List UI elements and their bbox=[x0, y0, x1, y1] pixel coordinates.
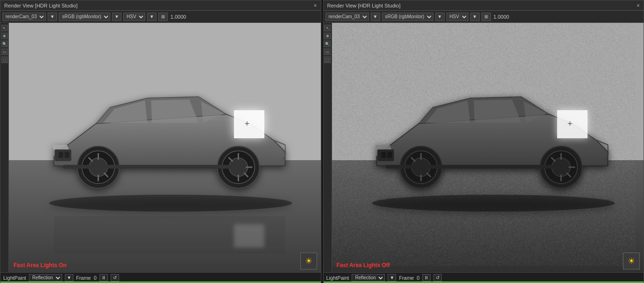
left-channel-dropdown[interactable]: Reflection bbox=[29, 274, 62, 282]
left-frame-value: 0 bbox=[94, 275, 97, 281]
left-green-accent bbox=[0, 282, 321, 283]
right-colorspace-arrow-icon[interactable]: ▼ bbox=[435, 13, 445, 21]
right-pause-btn[interactable]: ⏸ bbox=[422, 274, 431, 282]
right-exposure-icon[interactable]: ⊞ bbox=[481, 13, 491, 21]
left-car-svg bbox=[26, 63, 315, 212]
right-camera-dropdown[interactable]: renderCam_03 bbox=[326, 13, 369, 21]
left-close-btn[interactable]: × bbox=[313, 2, 317, 9]
right-channel-dropdown[interactable]: Reflection bbox=[352, 274, 385, 282]
left-light-reflection bbox=[234, 224, 264, 248]
right-title-text: Render View [HDR Light Studio] bbox=[327, 3, 401, 8]
left-channel-arrow[interactable]: ▼ bbox=[65, 274, 73, 282]
svg-rect-45 bbox=[386, 165, 559, 169]
right-green-accent bbox=[324, 282, 644, 283]
left-tool-select[interactable]: ↖ bbox=[1, 25, 8, 31]
right-tool-select[interactable]: ↖ bbox=[324, 25, 331, 31]
right-colormode-arrow-icon[interactable]: ▼ bbox=[470, 13, 480, 21]
right-tool-pan[interactable]: ✥ bbox=[324, 33, 331, 39]
right-side-tools: ↖ ✥ 🔍 ▭ ⬚ bbox=[324, 23, 332, 272]
right-frame-value: 0 bbox=[417, 275, 419, 281]
right-toolbar: renderCam_03 ▼ sRGB (rgbMonitor) ▼ HSV ▼… bbox=[324, 11, 644, 23]
right-tool-zoom[interactable]: 🔍 bbox=[324, 41, 331, 47]
left-refresh-btn[interactable]: ↺ bbox=[111, 274, 119, 282]
right-sun-icon: ☀ bbox=[628, 256, 635, 266]
left-car-reflection bbox=[26, 216, 315, 272]
left-viewport[interactable]: + Fast Area Lights On ☀ bbox=[9, 23, 321, 272]
right-render-panel: Render View [HDR Light Studio] × renderC… bbox=[323, 0, 644, 283]
svg-rect-25 bbox=[382, 152, 386, 158]
right-tool-extra[interactable]: ⬚ bbox=[324, 57, 331, 63]
right-car-scene: + bbox=[332, 23, 644, 272]
left-tool-region[interactable]: ▭ bbox=[1, 49, 8, 55]
right-exposure-value: 1.0000 bbox=[494, 14, 510, 20]
right-camera-arrow-icon[interactable]: ▼ bbox=[371, 13, 380, 21]
right-viewport[interactable]: + Fast Area Lights Off ☀ bbox=[332, 23, 644, 272]
svg-rect-26 bbox=[388, 152, 392, 158]
right-panel-content: ↖ ✥ 🔍 ▭ ⬚ bbox=[324, 23, 644, 272]
left-tool-pan[interactable]: ✥ bbox=[1, 33, 8, 39]
left-sun-btn[interactable]: ☀ bbox=[300, 253, 317, 269]
right-channel-arrow[interactable]: ▼ bbox=[388, 274, 396, 282]
right-frame-label: Frame bbox=[399, 275, 414, 281]
left-colorspace-dropdown[interactable]: sRGB (rgbMonitor) bbox=[59, 13, 110, 21]
right-refresh-btn[interactable]: ↺ bbox=[433, 274, 442, 282]
left-colormode-arrow-icon[interactable]: ▼ bbox=[147, 13, 156, 21]
left-camera-arrow-icon[interactable]: ▼ bbox=[48, 13, 57, 21]
right-colormode-dropdown[interactable]: HSV bbox=[446, 13, 468, 21]
left-tool-zoom[interactable]: 🔍 bbox=[1, 41, 8, 47]
right-tool-region[interactable]: ▭ bbox=[324, 49, 331, 55]
left-light-square: + bbox=[234, 110, 264, 138]
left-sun-icon: ☀ bbox=[305, 256, 312, 266]
left-panel-content: ↖ ✥ 🔍 ▭ ⬚ bbox=[0, 23, 321, 272]
left-bottom-bar: LightPaint Reflection ▼ Frame 0 ⏸ ↺ bbox=[0, 272, 321, 283]
svg-rect-2 bbox=[58, 152, 63, 158]
right-bottom-bar: LightPaint Reflection ▼ Frame 0 ⏸ ↺ bbox=[324, 272, 644, 283]
left-mode-label: LightPaint bbox=[3, 275, 26, 281]
svg-point-23 bbox=[372, 195, 615, 212]
left-side-tools: ↖ ✥ 🔍 ▭ ⬚ bbox=[0, 23, 9, 272]
right-scene-label: Fast Area Lights Off bbox=[337, 262, 390, 269]
left-toolbar: renderCam_03 ▼ sRGB (rgbMonitor) ▼ HSV ▼… bbox=[0, 11, 321, 23]
left-tool-extra[interactable]: ⬚ bbox=[1, 57, 8, 63]
right-car-svg bbox=[349, 63, 638, 212]
svg-rect-3 bbox=[64, 152, 69, 158]
right-title-bar: Render View [HDR Light Studio] × bbox=[324, 0, 644, 11]
svg-rect-22 bbox=[63, 165, 236, 169]
left-exposure-icon[interactable]: ⊞ bbox=[158, 13, 168, 21]
right-sun-btn[interactable]: ☀ bbox=[623, 253, 640, 269]
left-title-bar: Render View [HDR Light Studio] × bbox=[0, 0, 321, 11]
main-container: Render View [HDR Light Studio] × renderC… bbox=[0, 0, 644, 283]
left-frame-label: Frame bbox=[76, 275, 91, 281]
left-exposure-value: 1.0000 bbox=[170, 14, 186, 20]
right-close-btn[interactable]: × bbox=[637, 2, 640, 9]
left-camera-dropdown[interactable]: renderCam_03 bbox=[2, 13, 46, 21]
left-pause-btn[interactable]: ⏸ bbox=[99, 274, 108, 282]
svg-point-0 bbox=[49, 195, 292, 212]
left-colormode-dropdown[interactable]: HSV bbox=[123, 13, 145, 21]
right-mode-label: LightPaint bbox=[326, 275, 349, 281]
left-title-text: Render View [HDR Light Studio] bbox=[4, 3, 78, 8]
left-scene-label: Fast Area Lights On bbox=[14, 262, 67, 269]
left-colorspace-arrow-icon[interactable]: ▼ bbox=[112, 13, 121, 21]
left-render-panel: Render View [HDR Light Studio] × renderC… bbox=[0, 0, 321, 283]
right-colorspace-dropdown[interactable]: sRGB (rgbMonitor) bbox=[382, 13, 433, 21]
right-light-square: + bbox=[557, 110, 587, 138]
left-car-scene: + bbox=[9, 23, 321, 272]
